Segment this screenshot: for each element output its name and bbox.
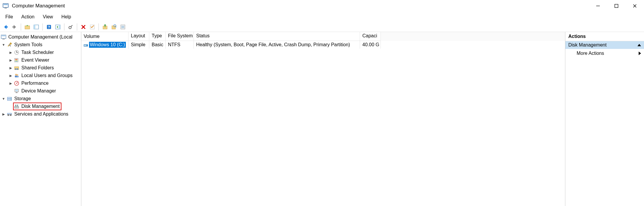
menu-help[interactable]: Help bbox=[58, 13, 74, 21]
toolbar-separator bbox=[77, 23, 77, 31]
svg-rect-2 bbox=[4, 8, 7, 9]
svg-rect-60 bbox=[15, 105, 16, 106]
svg-point-44 bbox=[17, 68, 18, 70]
expand-icon[interactable]: ▶ bbox=[8, 66, 13, 70]
list-button[interactable] bbox=[119, 23, 127, 31]
svg-line-17 bbox=[71, 25, 72, 27]
tree-shared-folders-label: Shared Folders bbox=[21, 65, 54, 71]
svg-rect-40 bbox=[15, 60, 18, 60]
up-button[interactable] bbox=[23, 23, 31, 31]
properties2-button[interactable] bbox=[88, 23, 96, 31]
actions-section-header[interactable]: Disk Management bbox=[565, 41, 644, 49]
users-icon bbox=[14, 73, 20, 79]
tree-performance[interactable]: ▶ Performance bbox=[0, 79, 81, 87]
tree-pane: Computer Management (Local ▼ System Tool… bbox=[0, 32, 81, 206]
window-title: Computer Management bbox=[12, 3, 589, 9]
action-pane-button[interactable] bbox=[54, 23, 62, 31]
performance-icon bbox=[14, 80, 20, 86]
svg-point-51 bbox=[16, 83, 17, 84]
expand-icon[interactable]: ▶ bbox=[8, 50, 13, 55]
col-volume[interactable]: Volume bbox=[81, 32, 129, 41]
col-type[interactable]: Type bbox=[149, 32, 166, 41]
svg-rect-4 bbox=[615, 4, 618, 8]
svg-rect-15 bbox=[59, 25, 60, 29]
menu-action[interactable]: Action bbox=[18, 13, 37, 21]
svg-rect-29 bbox=[1, 35, 6, 39]
toolbar-separator bbox=[21, 23, 21, 31]
tree-event-viewer-label: Event Viewer bbox=[21, 58, 49, 63]
expand-icon[interactable]: ▶ bbox=[8, 58, 13, 63]
device-icon bbox=[14, 88, 20, 94]
tree-task-scheduler-label: Task Scheduler bbox=[21, 50, 54, 55]
tree-services-apps[interactable]: ▶ Services and Applications bbox=[0, 110, 81, 118]
expand-icon[interactable]: ▶ bbox=[8, 81, 13, 86]
tree-performance-label: Performance bbox=[21, 81, 49, 86]
tree-root[interactable]: Computer Management (Local bbox=[0, 33, 81, 41]
find-button[interactable] bbox=[110, 23, 118, 31]
menu-view[interactable]: View bbox=[40, 13, 56, 21]
col-capacity[interactable]: Capaci bbox=[360, 32, 381, 41]
tree-disk-management[interactable]: Disk Management bbox=[0, 103, 81, 110]
tree-system-tools-label: System Tools bbox=[14, 42, 42, 47]
svg-point-57 bbox=[11, 98, 11, 98]
back-button[interactable] bbox=[2, 23, 9, 31]
toolbar-separator bbox=[64, 23, 64, 31]
menu-file[interactable]: File bbox=[2, 13, 16, 21]
expand-icon[interactable]: ▶ bbox=[8, 73, 13, 78]
svg-point-64 bbox=[10, 114, 12, 116]
cell-volume-text: Windows 10 (C:) bbox=[89, 42, 126, 48]
svg-rect-53 bbox=[16, 92, 18, 93]
tree-system-tools[interactable]: ▼ System Tools bbox=[0, 41, 81, 49]
actions-section-label: Disk Management bbox=[568, 42, 607, 48]
volume-icon bbox=[84, 43, 88, 47]
tools-icon bbox=[7, 42, 12, 48]
svg-rect-7 bbox=[5, 26, 8, 28]
tree-disk-management-label: Disk Management bbox=[21, 104, 60, 109]
collapse-icon[interactable]: ▼ bbox=[1, 42, 6, 47]
grid-header: Volume Layout Type File System Status Ca… bbox=[81, 32, 565, 41]
svg-rect-59 bbox=[15, 106, 19, 108]
col-fs[interactable]: File System bbox=[166, 32, 194, 41]
tree-shared-folders[interactable]: ▶ Shared Folders bbox=[0, 64, 81, 72]
tree-services-apps-label: Services and Applications bbox=[14, 111, 68, 117]
svg-rect-9 bbox=[25, 26, 30, 29]
delete-button[interactable] bbox=[80, 23, 87, 31]
show-hide-tree-button[interactable] bbox=[32, 23, 40, 31]
svg-rect-11 bbox=[34, 25, 35, 29]
tree-event-viewer[interactable]: ▶ Event Viewer bbox=[0, 56, 81, 64]
svg-rect-48 bbox=[17, 76, 19, 77]
event-icon bbox=[14, 57, 20, 63]
tree-task-scheduler[interactable]: ▶ Task Scheduler bbox=[0, 49, 81, 56]
tree-device-manager[interactable]: ▶ Device Manager bbox=[0, 87, 81, 95]
minimize-button[interactable] bbox=[589, 0, 607, 12]
svg-point-43 bbox=[15, 68, 17, 70]
svg-line-34 bbox=[9, 44, 11, 46]
collapse-icon[interactable]: ▼ bbox=[1, 96, 6, 101]
titlebar: Computer Management bbox=[0, 0, 644, 12]
mmc-icon bbox=[1, 34, 7, 40]
settings-button[interactable] bbox=[67, 23, 74, 31]
svg-rect-0 bbox=[3, 4, 8, 7]
tree-storage[interactable]: ▼ Storage bbox=[0, 95, 81, 103]
col-status[interactable]: Status bbox=[194, 32, 360, 41]
tree-local-users[interactable]: ▶ Local Users and Groups bbox=[0, 72, 81, 79]
clock-icon bbox=[14, 49, 20, 55]
help-button[interactable]: ? bbox=[45, 23, 53, 31]
svg-rect-39 bbox=[15, 59, 18, 60]
close-button[interactable] bbox=[626, 0, 644, 12]
forward-button[interactable] bbox=[11, 23, 18, 31]
cell-capacity: 40.00 G bbox=[360, 41, 381, 49]
svg-rect-41 bbox=[15, 61, 18, 61]
expand-icon[interactable]: ▶ bbox=[1, 112, 6, 116]
maximize-button[interactable] bbox=[607, 0, 626, 12]
col-layout[interactable]: Layout bbox=[129, 32, 149, 41]
svg-rect-67 bbox=[85, 45, 85, 46]
svg-text:?: ? bbox=[48, 25, 50, 29]
svg-rect-31 bbox=[2, 39, 5, 39]
storage-icon bbox=[7, 96, 12, 102]
actions-more[interactable]: More Actions bbox=[565, 49, 644, 58]
export-button[interactable] bbox=[101, 23, 109, 31]
actions-more-label: More Actions bbox=[577, 51, 604, 56]
cell-fs: NTFS bbox=[166, 41, 194, 49]
table-row[interactable]: Windows 10 (C:) Simple Basic NTFS Health… bbox=[81, 41, 565, 49]
